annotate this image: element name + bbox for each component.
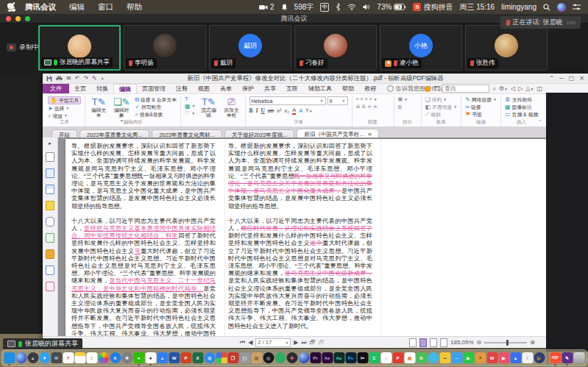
opacity-button[interactable]: ◧不透明度▼: [425, 104, 458, 110]
video-tile-戴玥[interactable]: 戴玥戴玥: [209, 25, 291, 71]
input-method-indicator[interactable]: S 搜狗拼音: [413, 2, 453, 13]
menu-clock[interactable]: 周三 15:16: [459, 2, 495, 13]
last-page-button[interactable]: ⏭: [302, 339, 307, 346]
dock-icon-after-effects[interactable]: Ae: [322, 352, 333, 363]
dock-icon-system-preferences[interactable]: ✱: [121, 352, 132, 363]
volume-icon[interactable]: [363, 4, 370, 10]
apple-menu-icon[interactable]: [7, 2, 15, 12]
fit-width-layout-icon[interactable]: [440, 338, 447, 347]
dock-icon-reminders[interactable]: ≡: [86, 352, 97, 363]
dock-icon-premiere[interactable]: Pr: [310, 352, 321, 363]
menu-item-2[interactable]: 编辑: [63, 2, 91, 13]
dock-icon-red-reader[interactable]: P: [392, 352, 403, 363]
dock-icon-photoshop[interactable]: Ps: [345, 352, 356, 363]
word-count[interactable]: 598字: [294, 2, 314, 13]
subscript-button[interactable]: x₂: [284, 107, 289, 114]
select-button[interactable]: ➤选择▼: [48, 105, 81, 112]
meeting-camera-indicator[interactable]: 2: [259, 3, 274, 11]
dock-icon-file-box[interactable]: ▣: [251, 352, 262, 363]
dock-icon-books[interactable]: ▤: [404, 352, 415, 363]
ribbon-tab-表单[interactable]: 表单: [215, 84, 237, 93]
dock-icon-qq[interactable]: ●: [145, 352, 156, 363]
minimize-icon[interactable]: ─: [559, 75, 564, 82]
dock-icon-notes[interactable]: [74, 352, 85, 363]
dock-icon-audition[interactable]: Au: [333, 352, 344, 363]
next-view-button[interactable]: 🗗: [319, 339, 325, 346]
dock-icon-photos[interactable]: [98, 352, 109, 363]
video-tile-张胜伟[interactable]: 张胜伟: [465, 25, 548, 71]
char-spacing-button[interactable]: A: [299, 107, 302, 114]
video-tile-凌小艳[interactable]: 小艳凌小艳: [380, 25, 462, 71]
dock-icon-music[interactable]: ♪: [380, 352, 392, 363]
dock-icon-globe-app[interactable]: [428, 352, 439, 363]
dock-icon-pink-play-app[interactable]: ▶: [498, 352, 509, 363]
dock-icon-calendar[interactable]: 7: [63, 352, 74, 363]
zoom-level[interactable]: 185.05%: [450, 339, 474, 346]
spotlight-search-icon[interactable]: [543, 4, 550, 11]
upgrade-icon[interactable]: [425, 86, 431, 92]
dock-icon-c-green-app[interactable]: C: [369, 352, 380, 363]
video-tile-张居晓的屏幕共享[interactable]: 张居晓的屏幕共享: [38, 25, 121, 71]
zoom-button[interactable]: ⌕缩放▼: [48, 113, 81, 119]
find-input[interactable]: [442, 85, 489, 93]
nav-collapse-icon[interactable]: ▸: [49, 141, 52, 146]
dock-icon-powerpoint[interactable]: P: [180, 352, 191, 363]
redo-icon[interactable]: ↷: [83, 75, 88, 82]
form-fields-icon[interactable]: [46, 266, 54, 275]
dock-icon-text-doc-app[interactable]: ≡: [522, 352, 533, 363]
snapshot-icon[interactable]: 🗔: [433, 85, 439, 92]
dock-icon-trash[interactable]: [573, 352, 584, 363]
ribbon-tab-注释[interactable]: 注释: [171, 84, 193, 93]
add-text-button[interactable]: T: [185, 96, 196, 102]
zoom-in-button[interactable]: ⊕: [530, 339, 535, 346]
dock-icon-launchpad[interactable]: ▲: [27, 352, 38, 363]
print-icon[interactable]: [56, 76, 63, 82]
comments-icon[interactable]: [46, 201, 54, 210]
collapse-ribbon-caret[interactable]: ⌃: [538, 119, 542, 125]
dock-icon-green-play-app[interactable]: ▶: [463, 352, 474, 363]
ribbon-tab-编辑[interactable]: 编辑: [113, 84, 137, 93]
dock-icon-colored-grid-app[interactable]: [216, 352, 227, 363]
zoom-slider[interactable]: [484, 342, 527, 343]
signature-icon[interactable]: [46, 282, 54, 291]
italic-button[interactable]: I: [256, 107, 258, 114]
edit-object-button[interactable]: ❏✎编辑对象▼: [112, 96, 131, 120]
find-previous-icon[interactable]: ◁: [511, 85, 515, 92]
maximize-window-button[interactable]: [25, 16, 30, 21]
dock-icon-blue-sphere-app[interactable]: [298, 352, 309, 363]
web-links-button[interactable]: ✎网络链接▼: [465, 96, 497, 103]
search-replace-button[interactable]: ⌕搜索&替换: [135, 111, 177, 118]
link-button[interactable]: ∞链接: [465, 104, 497, 110]
superscript-button[interactable]: x²: [277, 107, 281, 114]
menu-item-4[interactable]: 帮助: [120, 2, 149, 13]
alerts-bell-icon[interactable]: △▼: [525, 85, 534, 92]
document-canvas[interactable]: 导。根据新的发展要求，深刻认识和回答了新形势下实现什么样的发展、怎样发展等重大问…: [58, 138, 581, 337]
bookmark-button[interactable]: ⚑书签: [465, 111, 497, 118]
ribbon-tab-互联[interactable]: 互联: [281, 84, 303, 93]
video-tile-李明扬[interactable]: 李明扬: [124, 25, 206, 71]
dock-icon-cloud-drive[interactable]: ▵: [157, 352, 168, 363]
dock-icon-app-store[interactable]: A: [110, 352, 121, 363]
dock-icon-capcut[interactable]: ✂: [357, 352, 368, 363]
dock-icon-purple-pen-app[interactable]: ✎: [562, 352, 573, 363]
qat-dropdown-icon[interactable]: ▼: [101, 75, 105, 82]
dock-icon-q-browser[interactable]: Q: [204, 352, 215, 363]
siri-icon[interactable]: [557, 3, 566, 12]
ribbon-tab-主页[interactable]: 主页: [69, 84, 91, 93]
font-size-select[interactable]: 9▼: [327, 96, 348, 105]
split-box-button[interactable]: ▣ ▼: [398, 96, 408, 102]
spacing-buttons-row[interactable]: ≣ ≣ ≑ ≑: [356, 104, 378, 110]
dock-icon-final-cut[interactable]: ✸: [286, 352, 297, 363]
dock-icon-mail[interactable]: ✉: [51, 352, 62, 363]
dock-icon-foxit-pdf[interactable]: PDF: [550, 352, 561, 363]
strikethrough-button[interactable]: ab: [268, 107, 274, 114]
find-next-icon[interactable]: ▷: [518, 85, 523, 92]
link-join-text-button[interactable]: ⧉链接 & 合并文本: [135, 96, 177, 103]
arrange-button[interactable]: ❏排列▼: [425, 96, 458, 103]
align-buttons-row[interactable]: ≡ ≡ ≡ ≡ ▼: [356, 96, 378, 101]
ribbon-tab-教程[interactable]: 教程: [359, 84, 381, 93]
undo-icon[interactable]: ↶: [75, 75, 80, 82]
ime-mode-badge[interactable]: 中: [320, 3, 329, 12]
find-settings-icon[interactable]: ⚙▼: [499, 85, 508, 92]
page-thumbnails-icon[interactable]: [46, 168, 54, 178]
